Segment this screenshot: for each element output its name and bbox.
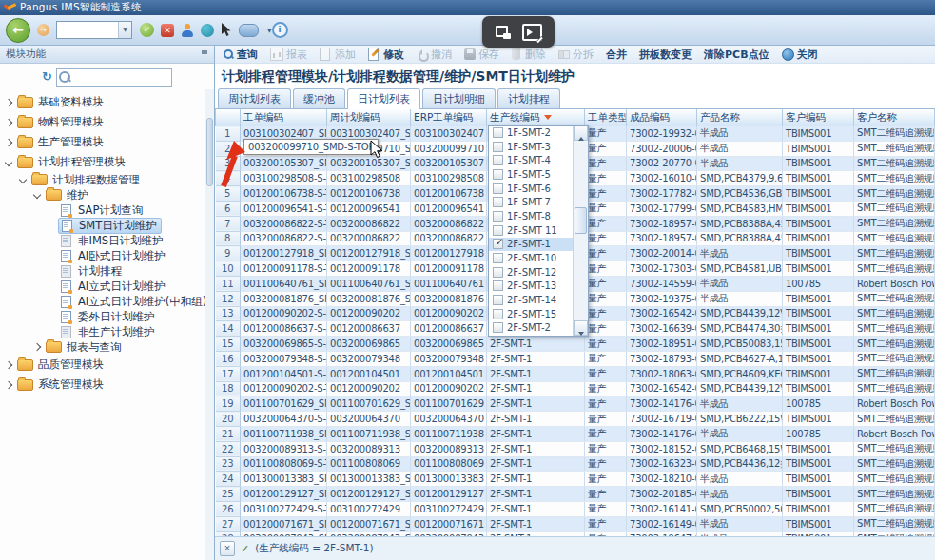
- cell-work-order-code[interactable]: 003200086822-S-BOT: [241, 231, 327, 246]
- cell-erp-work-order-code[interactable]: 003200069865: [411, 337, 487, 352]
- cell-customer-code[interactable]: TBIMS001: [783, 246, 854, 261]
- cell-work-order-code[interactable]: 001200129127_SMD-S-: [241, 487, 327, 502]
- cell-work-order-type[interactable]: 量产: [585, 216, 627, 231]
- back-button[interactable]: ←: [6, 18, 30, 43]
- cell-product-code[interactable]: 73002-16149-00_SM: [627, 516, 697, 531]
- scroll-up-button[interactable]: [574, 126, 588, 141]
- cell-work-order-type[interactable]: 量产: [585, 472, 627, 487]
- cell-row-number[interactable]: 26: [216, 501, 241, 516]
- cell-product-code[interactable]: 73002-17782-00: [627, 186, 697, 202]
- cell-erp-work-order-code[interactable]: 003200099710: [411, 141, 487, 156]
- cell-row-number[interactable]: 17: [216, 366, 241, 381]
- address-combobox[interactable]: ▼: [56, 21, 132, 39]
- sidebar-item-8[interactable]: 非IMS日计划维护: [0, 233, 214, 248]
- cell-product-code[interactable]: 73002-18957-00: [627, 216, 697, 231]
- cell-erp-work-order-code[interactable]: 001200090202: [411, 306, 487, 321]
- cell-work-order-type[interactable]: 量产: [585, 351, 627, 366]
- cell-work-order-type[interactable]: 量产: [585, 441, 627, 456]
- cell-product-code[interactable]: 73002-20770-00_SM: [627, 156, 697, 171]
- cell-week-plan-code[interactable]: 003100272429: [327, 501, 411, 516]
- filter-option[interactable]: 2F-SMT 11: [489, 223, 574, 238]
- cell-customer-name[interactable]: SMT二维码追溯规则 (: [854, 337, 935, 352]
- cell-week-plan-code[interactable]: 001200090202: [327, 381, 411, 396]
- checkbox-icon[interactable]: ✓: [493, 239, 503, 249]
- cell-row-number[interactable]: 6: [216, 201, 241, 216]
- cell-customer-name[interactable]: SMT二维码追溯规则 (: [854, 366, 935, 381]
- cell-product-code[interactable]: 73002-18957-00: [627, 231, 697, 246]
- sidebar-item-11[interactable]: AI立式日计划维护: [0, 279, 214, 294]
- cell-erp-work-order-code[interactable]: 003200087943: [411, 531, 487, 536]
- tree-down-arrow-icon[interactable]: [33, 191, 41, 199]
- cell-erp-work-order-code[interactable]: 001100808069: [411, 456, 487, 472]
- cell-work-order-type[interactable]: 量产: [585, 412, 627, 427]
- column-header-erp-work-order-code[interactable]: ERP工单编码: [411, 109, 487, 126]
- cell-customer-name[interactable]: SMT二维码追溯规则 (: [854, 487, 935, 502]
- sidebar-item-2[interactable]: 生产管理模块: [0, 132, 214, 152]
- cell-customer-name[interactable]: SMT二维码追溯规则 (: [854, 126, 935, 142]
- cell-work-order-code[interactable]: 001200127918_SMD-S-: [241, 246, 327, 261]
- cell-erp-work-order-code[interactable]: 003100272429: [411, 501, 487, 516]
- cell-work-order-code[interactable]: 001100711938_SMD-S-: [241, 426, 327, 441]
- cell-customer-name[interactable]: SMT二维码追溯规则 (: [854, 156, 935, 171]
- cell-week-plan-code[interactable]: 001200086637: [327, 321, 411, 337]
- cell-work-order-code[interactable]: 001200086637-S-ALL: [241, 321, 327, 337]
- column-header-product-code[interactable]: 成品编码: [627, 109, 697, 126]
- cell-product-code[interactable]: 73002-18152-00: [627, 441, 697, 456]
- column-header-customer-code[interactable]: 客户编码: [783, 109, 854, 126]
- cell-product-name[interactable]: SMD,PCB4627-A,1.6KW: [697, 351, 783, 366]
- cell-product-code[interactable]: 73002-16542-00: [627, 381, 697, 396]
- cell-customer-code[interactable]: TBIMS001: [783, 261, 854, 277]
- snip-icon[interactable]: [496, 26, 511, 39]
- cell-row-number[interactable]: 7: [216, 216, 241, 231]
- cell-customer-code[interactable]: TBIMS001: [783, 171, 854, 186]
- cell-production-line-code[interactable]: 2F-SMT-1: [487, 412, 585, 427]
- cell-product-code[interactable]: 73002-20185-00_SM: [627, 487, 697, 502]
- cell-customer-name[interactable]: SMT二维码追溯规则 (: [854, 171, 935, 186]
- cell-row-number[interactable]: 22: [216, 441, 241, 456]
- cell-row-number[interactable]: 18: [216, 381, 241, 396]
- cell-work-order-code[interactable]: 003200079348-S-ALL: [241, 351, 327, 366]
- cell-row-number[interactable]: 13: [216, 306, 241, 321]
- filter-option[interactable]: 2F-SMT-2: [489, 321, 574, 336]
- dropdown-scrollbar-thumb[interactable]: [575, 207, 587, 234]
- cell-work-order-code[interactable]: 001200091178-S-TOP: [241, 261, 327, 277]
- checkbox-icon[interactable]: [493, 183, 503, 194]
- sidebar-item-4[interactable]: 计划排程数据管理: [0, 172, 214, 187]
- cell-customer-code[interactable]: TBIMS001: [783, 321, 854, 337]
- cell-week-plan-code[interactable]: 003200079348: [327, 351, 411, 366]
- cell-erp-work-order-code[interactable]: 001100711938: [411, 426, 487, 441]
- cell-product-name[interactable]: SMD,PCB4609,KEO 18V,: [697, 366, 783, 381]
- cell-product-name[interactable]: SMD,PCB4474,30拼版,: [697, 321, 783, 337]
- cell-customer-code[interactable]: TBIMS001: [783, 456, 854, 472]
- filter-option[interactable]: 1F-SMT-5: [489, 167, 574, 182]
- cell-product-name[interactable]: SMD,PCB50002,500W,2: [697, 501, 783, 516]
- filter-option[interactable]: 1F-SMT-7: [489, 195, 574, 209]
- cell-work-order-type[interactable]: 量产: [585, 381, 627, 396]
- cell-customer-name[interactable]: SMT二维码追溯规则 (: [854, 201, 935, 216]
- cell-work-order-type[interactable]: 量产: [585, 396, 627, 412]
- cell-week-plan-code[interactable]: 003200089313: [327, 441, 411, 456]
- cell-product-code[interactable]: 73002-16639-00: [627, 321, 697, 337]
- cell-customer-code[interactable]: TBIMS001: [783, 186, 854, 202]
- cell-product-name[interactable]: 半成品: [697, 531, 783, 536]
- cell-product-name[interactable]: 半成品: [697, 276, 783, 291]
- cell-product-code[interactable]: 73002-20014-00_SM: [627, 246, 697, 261]
- cell-work-order-type[interactable]: 量产: [585, 246, 627, 261]
- cell-erp-work-order-code[interactable]: 001200071671: [411, 516, 487, 531]
- filter-option[interactable]: ✓2F-SMT-1: [489, 238, 574, 252]
- cell-week-plan-code[interactable]: 001200071671_SMD: [327, 516, 411, 531]
- cell-product-code[interactable]: 73002-18793-00: [627, 351, 697, 366]
- cell-production-line-code[interactable]: 2F-SMT-1: [487, 351, 585, 366]
- cell-product-name[interactable]: 半成品: [697, 426, 783, 441]
- cell-row-number[interactable]: 19: [216, 396, 241, 412]
- cell-production-line-code[interactable]: 2F-SMT-1: [487, 516, 585, 531]
- column-header-row-number[interactable]: [216, 109, 241, 126]
- cell-work-order-code[interactable]: 001100640761_SMD-S-: [241, 276, 327, 291]
- cell-product-code[interactable]: 73002-18063-00: [627, 366, 697, 381]
- sidebar-item-0[interactable]: 基础资料模块: [0, 92, 214, 112]
- cell-product-code[interactable]: 73002-16323-00: [627, 456, 697, 472]
- cell-customer-code[interactable]: TBIMS001: [783, 472, 854, 487]
- column-header-customer-name[interactable]: 客户名称: [854, 109, 935, 126]
- checkbox-icon[interactable]: [493, 295, 503, 305]
- cell-week-plan-code[interactable]: 003200064370: [327, 412, 411, 427]
